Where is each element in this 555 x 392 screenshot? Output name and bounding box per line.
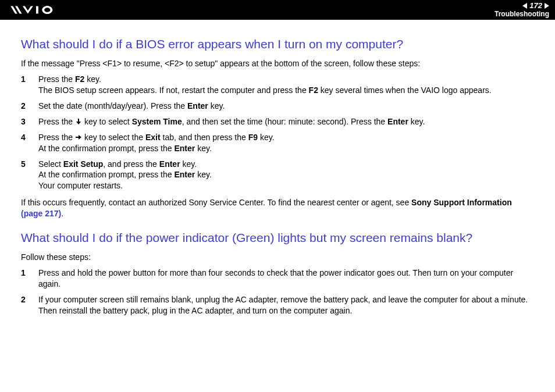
text: The BIOS setup screen appears. If not, r… — [38, 85, 309, 95]
step-number: 5 — [21, 159, 38, 192]
intro-text: Follow these steps: — [21, 252, 534, 263]
bold-text: F2 — [309, 85, 318, 95]
step-item: 2If your computer screen still remains b… — [21, 294, 534, 316]
text: Set the date (month/day/year). Press the — [38, 101, 187, 111]
arrow-right-icon — [75, 134, 82, 141]
step-item: 1Press and hold the power button for mor… — [21, 268, 534, 290]
text: , and press the — [103, 159, 159, 169]
text: key several times when the VAIO logo app… — [318, 85, 492, 95]
step-item: 5Select Exit Setup, and press the Enter … — [21, 159, 534, 192]
step-item: 1Press the F2 key.The BIOS setup screen … — [21, 74, 534, 96]
text: key. — [408, 117, 425, 126]
step-text: Press the key to select the Exit tab, an… — [38, 132, 534, 154]
step-text: Set the date (month/day/year). Press the… — [38, 101, 534, 112]
next-page-icon[interactable] — [545, 3, 549, 9]
text: If your computer screen still remains bl… — [38, 295, 528, 315]
svg-rect-0 — [36, 6, 38, 14]
vaio-logo — [9, 5, 73, 15]
outro-text: If this occurs frequently, contact an au… — [21, 197, 534, 219]
bold-text: Enter — [159, 159, 180, 169]
step-item: 2Set the date (month/day/year). Press th… — [21, 101, 534, 112]
step-list: 1Press and hold the power button for mor… — [21, 268, 534, 316]
section-heading: What should I do if the power indicator … — [21, 230, 534, 246]
section-label: Troubleshooting — [494, 10, 549, 18]
text: At the confirmation prompt, press the — [38, 144, 174, 153]
page-number: 172 — [529, 2, 542, 10]
page-link[interactable]: (page 217) — [21, 209, 61, 218]
text: . — [61, 209, 63, 218]
text: Press the — [38, 117, 75, 126]
text: key. — [84, 74, 101, 84]
bold-text: System Time — [132, 117, 182, 126]
text: If this occurs frequently, contact an au… — [21, 198, 411, 207]
bold-text: Exit Setup — [63, 159, 103, 169]
text: Select — [38, 159, 63, 169]
step-text: If your computer screen still remains bl… — [38, 294, 534, 316]
step-number: 3 — [21, 116, 38, 127]
arrow-down-icon — [75, 118, 82, 125]
text: Press the — [38, 74, 75, 84]
header-bar: 172 Troubleshooting — [0, 0, 555, 20]
bold-text: Enter — [387, 117, 408, 126]
step-number: 4 — [21, 132, 38, 154]
bold-text: Exit — [145, 133, 161, 142]
bold-text: F9 — [248, 133, 258, 142]
text: key to select — [82, 117, 132, 126]
step-number: 1 — [21, 74, 38, 96]
text: key. — [195, 170, 212, 179]
step-text: Press the F2 key.The BIOS setup screen a… — [38, 74, 534, 96]
text: tab, and then press the — [161, 133, 248, 142]
step-item: 3Press the key to select System Time, an… — [21, 116, 534, 127]
text: At the confirmation prompt, press the — [38, 170, 174, 179]
step-item: 4Press the key to select the Exit tab, a… — [21, 132, 534, 154]
step-number: 2 — [21, 294, 38, 316]
bold-text: Enter — [174, 170, 195, 179]
step-number: 1 — [21, 268, 38, 290]
step-text: Press the key to select System Time, and… — [38, 116, 534, 127]
text: Press and hold the power button for more… — [38, 268, 513, 288]
prev-page-icon[interactable] — [522, 3, 527, 9]
step-list: 1Press the F2 key.The BIOS setup screen … — [21, 74, 534, 191]
text: , and then set the time (hour: minute: s… — [182, 117, 387, 126]
page-content: What should I do if a BIOS error appears… — [0, 20, 555, 334]
step-number: 2 — [21, 101, 38, 112]
header-right: 172 Troubleshooting — [494, 2, 549, 18]
page-nav: 172 — [522, 2, 549, 10]
step-text: Select Exit Setup, and press the Enter k… — [38, 159, 534, 192]
text: key. — [180, 159, 197, 169]
text: key. — [195, 144, 212, 153]
text: Press the — [38, 133, 75, 142]
section-heading: What should I do if a BIOS error appears… — [21, 36, 534, 52]
step-text: Press and hold the power button for more… — [38, 268, 534, 290]
bold-text: Enter — [187, 101, 208, 111]
text: key. — [258, 133, 275, 142]
text: key. — [208, 101, 225, 111]
bold-text: F2 — [75, 74, 84, 84]
bold-text: Sony Support Information — [411, 198, 512, 207]
bold-text: Enter — [174, 144, 195, 153]
intro-text: If the message "Press <F1> to resume, <F… — [21, 58, 534, 69]
text: key to select the — [82, 133, 145, 142]
text: Your computer restarts. — [38, 181, 123, 190]
